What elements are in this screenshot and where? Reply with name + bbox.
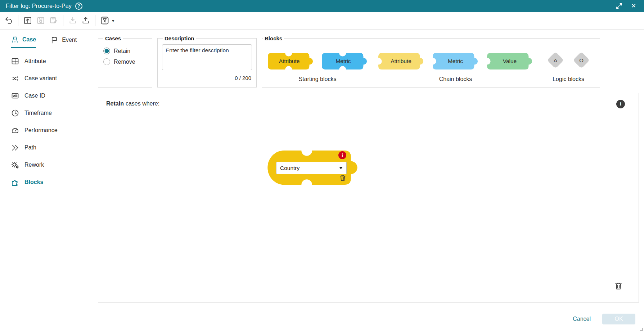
help-icon[interactable]: ? [75,3,82,10]
tab-label: Case [22,36,36,43]
sidebar-item-path[interactable]: Path [11,139,97,156]
diamond-shape [572,51,591,69]
save-edit-icon [49,16,58,25]
remove-radio[interactable]: Remove [103,58,147,65]
starting-metric-block[interactable]: Metric [322,52,368,70]
sidebar-item-attribute[interactable]: Attribute [11,53,97,70]
filter-canvas[interactable]: Retaincases where: i i Country [98,93,639,302]
starting-blocks-caption: Starting blocks [262,76,373,82]
tab-case[interactable]: Case [11,35,36,48]
shuffle-icon [11,74,19,83]
attribute-select-value: Country [280,165,300,171]
chevron-down-icon: ▾ [112,18,114,23]
sidebar-item-label: Timeframe [24,110,52,116]
error-info-badge[interactable]: i [338,151,346,159]
resize-grip[interactable] [640,328,643,331]
sidebar-tabs: Case Event [11,35,97,48]
attribute-canvas-block[interactable]: i Country [267,151,357,185]
sidebar-item-rework[interactable]: Rework [11,156,97,174]
double-chevron-icon [11,143,19,152]
puzzle-shape [487,52,533,70]
sidebar-item-label: Blocks [24,179,43,185]
gauge-icon [11,126,19,135]
toolbar-separator [95,15,95,26]
info-icon[interactable]: i [616,100,625,108]
open-filter-button[interactable] [21,14,34,27]
logic-blocks-caption: Logic blocks [538,76,599,82]
retain-radio[interactable]: Retain [103,48,147,54]
puzzle-shape [268,52,314,70]
starting-attribute-block[interactable]: Attribute [268,52,314,70]
filter-sidebar: Case Event Attribute Case variant [0,30,97,332]
sidebar-item-timeframe[interactable]: Timeframe [11,104,97,122]
upload-icon [81,16,90,25]
blocks-panel: Blocks Attribute Metric Starting blocks [262,35,600,88]
cancel-button[interactable]: Cancel [573,316,591,322]
chain-attribute-block[interactable]: Attribute [378,52,424,70]
chain-value-block[interactable]: Value [487,52,533,70]
cases-panel: Cases Retain Remove [98,35,152,88]
toolbar: ▾ [0,12,644,30]
close-button[interactable]: ✕ [629,1,638,11]
puzzle-shape [322,52,368,70]
tab-label: Event [62,37,77,43]
ok-button[interactable]: OK [602,314,635,324]
sidebar-item-case-variant[interactable]: Case variant [11,70,97,87]
sidebar-item-performance[interactable]: Performance [11,122,97,139]
logic-or-block[interactable]: O [572,51,591,69]
starting-blocks-row: Attribute Metric [262,52,373,70]
filter-menu-button[interactable] [98,14,111,27]
tab-event[interactable]: Event [50,35,77,48]
trash-icon [613,281,623,291]
toolbar-separator [63,15,63,26]
canvas-header: Retaincases where: [106,100,159,107]
remove-radio-label: Remove [114,59,135,65]
maximize-button[interactable] [614,1,624,11]
open-box-icon [23,16,32,25]
logic-blocks-row: A O [538,51,599,69]
retain-radio-label: Retain [114,48,130,54]
logic-and-block[interactable]: A [546,51,565,69]
char-counter: 0 / 200 [162,75,252,81]
upload-button[interactable] [79,14,92,27]
gears-icon [11,161,19,169]
save-button[interactable] [34,14,47,27]
save-icon [36,16,45,25]
sidebar-item-blocks[interactable]: Blocks [11,174,97,191]
sidebar-item-label: Rework [24,162,44,168]
puzzle-shape [433,52,478,70]
trash-icon [338,174,347,182]
close-icon: ✕ [631,3,636,9]
attribute-select[interactable]: Country [276,162,347,174]
toolbar-separator [18,15,18,26]
cases-legend: Cases [103,35,123,41]
clear-canvas-button[interactable] [613,281,623,292]
save-as-button[interactable] [47,14,60,27]
filter-icon [100,16,109,25]
puzzle-icon [11,178,19,187]
id-card-icon [11,91,19,100]
chain-metric-block[interactable]: Metric [433,52,478,70]
sidebar-items: Attribute Case variant Case ID Timeframe [11,53,97,191]
download-icon [68,16,77,25]
radio-unselected-icon [103,58,110,65]
sidebar-item-label: Case ID [24,93,45,99]
delete-block-button[interactable] [338,174,347,183]
undo-button[interactable] [2,14,15,27]
clock-icon [11,109,19,117]
sidebar-item-label: Performance [24,127,58,134]
table-icon [11,57,19,66]
description-input[interactable] [162,44,252,70]
logic-blocks-section: A O Logic blocks [538,42,599,85]
sidebar-item-label: Attribute [24,58,46,64]
road-icon [11,35,19,44]
blocks-sections: Attribute Metric Starting blocks Attribu… [262,42,600,85]
starting-blocks-section: Attribute Metric Starting blocks [262,42,373,85]
dialog-titlebar: Filter log: Procure-to-Pay ? ✕ [0,0,644,12]
sidebar-item-case-id[interactable]: Case ID [11,87,97,104]
chain-blocks-row: Attribute Metric Value [373,52,538,70]
canvas-header-text: cases where: [126,100,159,107]
chain-blocks-section: Attribute Metric Value Chain blocks [373,42,538,85]
diamond-shape [546,51,565,69]
download-button[interactable] [66,14,79,27]
